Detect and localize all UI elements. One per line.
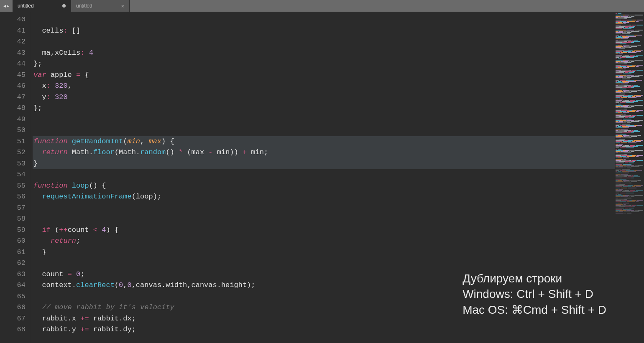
line-number: 42	[0, 36, 26, 48]
line-number: 68	[0, 324, 26, 335]
tab-dirty-icon	[62, 4, 66, 8]
code-line[interactable]	[33, 213, 615, 225]
code-line[interactable]: return Math.floor(Math.random() * (max -…	[33, 147, 615, 158]
code-line[interactable]: function getRandomInt(min, max) {	[33, 136, 615, 147]
tab-label: untitled	[18, 3, 59, 9]
line-number: 53	[0, 158, 26, 170]
code-line[interactable]: ma,xCells: 4	[33, 48, 615, 59]
hint-windows: Windows: Ctrl + Shift + D	[463, 286, 606, 302]
line-number-gutter: 4041424344454647484950515253545556575859…	[0, 12, 30, 343]
line-number: 67	[0, 313, 26, 325]
tab-bar: ◂ ▸ untitled untitled ×	[0, 0, 644, 12]
code-line[interactable]: function loop() {	[33, 180, 615, 192]
line-number: 47	[0, 92, 26, 103]
line-number: 58	[0, 213, 26, 225]
code-line[interactable]	[33, 258, 615, 269]
code-line[interactable]: x: 320,	[33, 81, 615, 92]
line-number: 56	[0, 191, 26, 203]
code-line[interactable]: }	[33, 158, 615, 170]
code-line[interactable]	[33, 169, 615, 180]
code-line[interactable]: rabbit.y += rabbit.dy;	[33, 324, 615, 335]
line-number: 61	[0, 247, 26, 258]
line-number: 54	[0, 169, 26, 180]
hint-mac: Mac OS: ⌘Cmd + Shift + D	[463, 302, 606, 318]
code-line[interactable]: if (++count < 4) {	[33, 225, 615, 236]
hint-title: Дублируем строки	[463, 271, 606, 287]
line-number: 52	[0, 147, 26, 158]
code-line[interactable]	[33, 125, 615, 136]
line-number: 64	[0, 280, 26, 291]
tab-active[interactable]: untitled	[13, 0, 71, 12]
tab-nav-prev-icon[interactable]: ◂	[3, 3, 6, 9]
line-number: 63	[0, 269, 26, 280]
code-line[interactable]: };	[33, 58, 615, 70]
line-number: 51	[0, 136, 26, 147]
line-number: 50	[0, 125, 26, 136]
line-number: 62	[0, 258, 26, 269]
line-number: 66	[0, 302, 26, 313]
line-number: 46	[0, 81, 26, 92]
line-number: 49	[0, 114, 26, 125]
line-number: 55	[0, 180, 26, 192]
line-number: 41	[0, 25, 26, 37]
editor: 4041424344454647484950515253545556575859…	[0, 12, 644, 343]
minimap[interactable]	[615, 12, 644, 343]
line-number: 57	[0, 203, 26, 214]
code-line[interactable]: requestAnimationFrame(loop);	[33, 191, 615, 203]
code-line[interactable]: y: 320	[33, 92, 615, 103]
line-number: 40	[0, 14, 26, 25]
line-number: 65	[0, 291, 26, 302]
line-number: 45	[0, 70, 26, 81]
code-line[interactable]: return;	[33, 236, 615, 247]
code-line[interactable]	[33, 203, 615, 214]
code-line[interactable]	[33, 14, 615, 25]
code-line[interactable]	[33, 36, 615, 48]
code-line[interactable]: }	[33, 247, 615, 258]
code-line[interactable]: };	[33, 103, 615, 114]
hint-overlay: Дублируем строки Windows: Ctrl + Shift +…	[463, 271, 606, 318]
tab-close-icon[interactable]: ×	[121, 3, 124, 9]
tab-nav-arrows: ◂ ▸	[0, 0, 13, 12]
line-number: 44	[0, 58, 26, 70]
tab-nav-next-icon[interactable]: ▸	[7, 3, 9, 9]
line-number: 48	[0, 103, 26, 114]
line-number: 59	[0, 225, 26, 236]
code-line[interactable]	[33, 114, 615, 125]
code-line[interactable]: var apple = {	[33, 70, 615, 81]
line-number: 43	[0, 48, 26, 59]
code-line[interactable]: cells: []	[33, 25, 615, 37]
tab-inactive[interactable]: untitled ×	[71, 0, 130, 12]
tab-label: untitled	[76, 3, 118, 9]
line-number: 60	[0, 236, 26, 247]
